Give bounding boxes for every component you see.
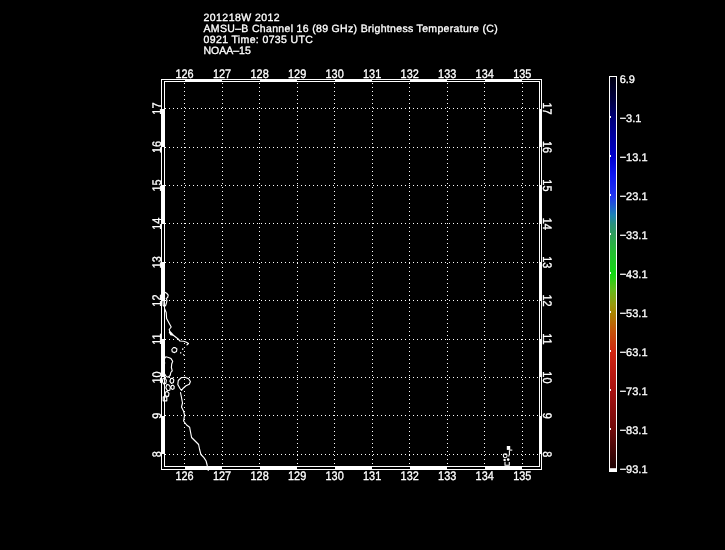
svg-text:11: 11 — [540, 333, 554, 344]
svg-text:129: 129 — [288, 469, 306, 483]
svg-text:8: 8 — [150, 451, 164, 457]
svg-text:126: 126 — [175, 67, 193, 81]
svg-text:130: 130 — [325, 67, 343, 81]
svg-text:131: 131 — [363, 67, 381, 81]
svg-text:−73.1: −73.1 — [620, 386, 648, 398]
svg-text:201218W 2012: 201218W 2012 — [204, 12, 281, 24]
svg-text:15: 15 — [540, 179, 554, 191]
svg-text:130: 130 — [325, 469, 343, 483]
svg-text:129: 129 — [288, 67, 306, 81]
svg-text:15: 15 — [150, 179, 164, 191]
svg-text:−93.1: −93.1 — [620, 464, 648, 476]
svg-text:135: 135 — [513, 67, 531, 81]
svg-text:13: 13 — [540, 256, 554, 268]
svg-text:132: 132 — [401, 469, 419, 483]
svg-text:12: 12 — [540, 295, 554, 307]
svg-text:NOAA–15: NOAA–15 — [204, 45, 251, 57]
svg-text:−23.1: −23.1 — [620, 191, 648, 203]
svg-text:−43.1: −43.1 — [620, 269, 648, 281]
svg-text:14: 14 — [540, 218, 554, 230]
svg-text:−53.1: −53.1 — [620, 308, 648, 320]
svg-text:11: 11 — [150, 333, 164, 344]
svg-text:132: 132 — [401, 67, 419, 81]
svg-text:−83.1: −83.1 — [620, 425, 648, 437]
svg-text:13: 13 — [150, 256, 164, 268]
svg-text:10: 10 — [540, 371, 554, 383]
svg-text:127: 127 — [213, 67, 231, 81]
svg-text:−13.1: −13.1 — [620, 152, 648, 164]
svg-text:128: 128 — [250, 469, 268, 483]
svg-text:133: 133 — [438, 469, 456, 483]
svg-text:134: 134 — [476, 469, 494, 483]
svg-text:8: 8 — [540, 451, 554, 457]
svg-text:16: 16 — [150, 141, 164, 153]
svg-text:−33.1: −33.1 — [620, 230, 648, 242]
svg-text:6.9: 6.9 — [620, 74, 635, 86]
svg-text:131: 131 — [363, 469, 381, 483]
svg-text:−63.1: −63.1 — [620, 347, 648, 359]
svg-text:133: 133 — [438, 67, 456, 81]
svg-text:128: 128 — [250, 67, 268, 81]
svg-text:−3.1: −3.1 — [620, 113, 642, 125]
svg-text:9: 9 — [540, 413, 554, 419]
svg-text:135: 135 — [513, 469, 531, 483]
svg-text:126: 126 — [175, 469, 193, 483]
svg-text:127: 127 — [213, 469, 231, 483]
svg-text:14: 14 — [150, 218, 164, 230]
svg-text:17: 17 — [540, 103, 554, 115]
svg-text:17: 17 — [150, 102, 164, 114]
svg-text:9: 9 — [150, 413, 164, 419]
svg-text:134: 134 — [476, 67, 494, 81]
svg-text:12: 12 — [150, 294, 164, 306]
svg-text:16: 16 — [540, 141, 554, 153]
